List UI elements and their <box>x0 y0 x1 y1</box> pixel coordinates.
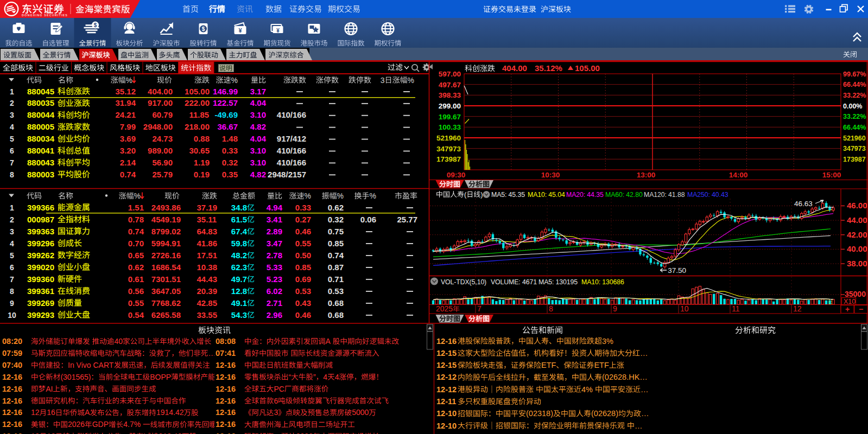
svg-text:4.82: 4.82 <box>250 170 266 179</box>
svg-text:7768.62: 7768.62 <box>151 298 181 308</box>
svg-text:5000: 5000 <box>352 408 369 417</box>
svg-text:60.79: 60.79 <box>153 110 173 119</box>
svg-text:0.33: 0.33 <box>222 146 238 155</box>
svg-text:MA120: 41.88: MA120: 41.88 <box>644 191 685 199</box>
svg-text:49.1: 49.1 <box>231 298 247 308</box>
svg-text:2026: 2026 <box>68 420 85 429</box>
svg-text:VOL-TDX(5,10): VOL-TDX(5,10) <box>441 278 486 286</box>
svg-text:08:08: 08:08 <box>216 337 236 346</box>
svg-text:44.43: 44.43 <box>197 275 218 284</box>
svg-text:917.00: 917.00 <box>148 98 173 107</box>
svg-text:3: 3 <box>10 227 14 236</box>
svg-text:222.00: 222.00 <box>185 98 210 107</box>
svg-text:399366: 399366 <box>27 203 54 212</box>
svg-text:880034: 880034 <box>27 134 55 143</box>
svg-text:9: 9 <box>10 299 14 308</box>
svg-text:880035: 880035 <box>27 98 54 107</box>
svg-text:64.83: 64.83 <box>197 227 218 236</box>
svg-text:PC: PC <box>274 385 284 393</box>
svg-text:35.12%: 35.12% <box>535 63 562 73</box>
svg-text:07:40: 07:40 <box>2 361 22 369</box>
svg-text:0.65: 0.65 <box>128 251 144 260</box>
svg-text:4: 4 <box>335 373 339 381</box>
svg-text:347973: 347973 <box>436 145 461 153</box>
svg-text:1: 1 <box>10 203 14 212</box>
svg-text:ETF: ETF <box>541 361 556 369</box>
svg-text:0.50: 0.50 <box>295 251 311 260</box>
svg-text:66.44%: 66.44% <box>843 81 866 88</box>
svg-text:6: 6 <box>10 263 14 272</box>
svg-text:2.14: 2.14 <box>120 158 136 167</box>
svg-text:173987: 173987 <box>843 156 866 163</box>
svg-text:3647.05: 3647.05 <box>151 286 181 296</box>
svg-text:0.53: 0.53 <box>295 286 311 296</box>
svg-text:100.33: 100.33 <box>439 123 461 131</box>
svg-text:1.51: 1.51 <box>128 203 144 212</box>
svg-text:0.74: 0.74 <box>328 251 344 260</box>
svg-text:000987: 000987 <box>27 215 54 224</box>
svg-text:10: 10 <box>8 311 16 320</box>
svg-text:%: % <box>305 192 311 200</box>
svg-text:17.51: 17.51 <box>197 251 218 260</box>
svg-text:399262: 399262 <box>27 251 54 260</box>
svg-text:41.86: 41.86 <box>197 239 218 248</box>
svg-text:12-11: 12-11 <box>436 397 456 406</box>
svg-text:11: 11 <box>732 304 740 313</box>
svg-text:8: 8 <box>10 287 14 296</box>
svg-text:12.8: 12.8 <box>231 286 247 296</box>
svg-text:0.43: 0.43 <box>295 298 311 308</box>
svg-text:0.33: 0.33 <box>295 203 311 212</box>
svg-text:880005: 880005 <box>27 122 54 131</box>
svg-text:15:00: 15:00 <box>822 171 841 179</box>
svg-text:49.7: 49.7 <box>231 275 247 284</box>
svg-text:40: 40 <box>115 337 123 346</box>
svg-text:399293: 399293 <box>27 310 54 320</box>
svg-text:6.02: 6.02 <box>267 286 282 296</box>
svg-text:105.00: 105.00 <box>575 63 600 73</box>
svg-text:(301565): (301565) <box>60 373 91 381</box>
svg-text:A: A <box>326 337 331 346</box>
svg-text:299.00: 299.00 <box>439 102 461 110</box>
svg-text:880043: 880043 <box>27 158 54 167</box>
svg-text:20.39: 20.39 <box>197 286 218 296</box>
svg-text:0.19: 0.19 <box>194 170 210 179</box>
svg-text:4.04: 4.04 <box>250 134 267 143</box>
svg-text:7: 7 <box>10 275 14 284</box>
svg-text:ETF: ETF <box>594 361 609 369</box>
svg-text:173987: 173987 <box>436 155 461 163</box>
svg-text:0.27: 0.27 <box>295 215 311 224</box>
svg-text:10: 10 <box>680 304 689 313</box>
svg-text:VOLUME: 4671: VOLUME: 4671 <box>491 278 537 286</box>
svg-text:MA10: 130686: MA10: 130686 <box>581 278 624 286</box>
svg-text:0.68: 0.68 <box>328 310 344 320</box>
svg-text:917/412: 917/412 <box>277 134 306 143</box>
svg-text:399296: 399296 <box>27 239 54 248</box>
svg-text:2: 2 <box>10 215 14 224</box>
svg-text:5.23: 5.23 <box>267 275 282 284</box>
svg-text:2.89: 2.89 <box>267 227 282 236</box>
svg-text:40.00: 40.00 <box>847 244 867 253</box>
svg-text:0.00%: 0.00% <box>843 103 862 110</box>
svg-text:(02628): (02628) <box>591 409 618 418</box>
svg-text:AI: AI <box>46 385 53 393</box>
svg-text:+: + <box>845 305 850 314</box>
svg-text:5994.91: 5994.91 <box>151 239 181 248</box>
svg-text:9: 9 <box>613 304 617 313</box>
svg-text:3: 3 <box>10 111 14 119</box>
svg-text:404.00: 404.00 <box>148 87 173 96</box>
svg-text:…: … <box>641 409 649 418</box>
svg-text:7: 7 <box>10 158 14 167</box>
svg-text:12-16: 12-16 <box>2 408 22 417</box>
svg-text:4.82: 4.82 <box>250 122 266 131</box>
svg-text:¥: ¥ <box>276 28 280 34</box>
svg-text:0.74: 0.74 <box>128 227 144 236</box>
svg-text:880003: 880003 <box>27 170 54 179</box>
svg-text:4.94: 4.94 <box>267 203 283 212</box>
svg-text:35000: 35000 <box>845 290 866 298</box>
svg-text:12-16: 12-16 <box>216 432 236 434</box>
svg-text:347973: 347973 <box>843 145 866 152</box>
svg-text:11.85: 11.85 <box>189 110 210 119</box>
svg-text:122.57: 122.57 <box>213 98 238 107</box>
svg-text:25.79: 25.79 <box>153 170 173 179</box>
svg-text:…: … <box>640 349 648 358</box>
